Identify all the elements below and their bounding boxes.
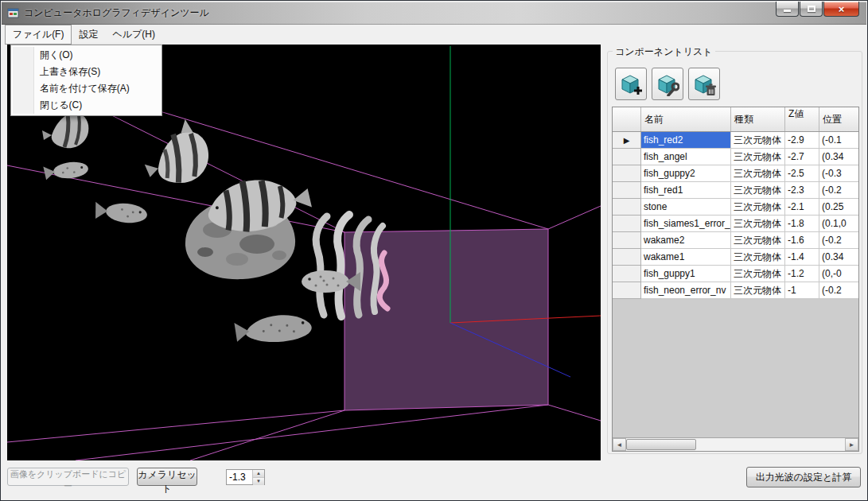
grid-cell-type[interactable]: 三次元物体 — [731, 132, 785, 149]
grid-cell-z[interactable]: -2.1 — [785, 199, 819, 216]
spinner-input[interactable] — [227, 470, 252, 484]
file-menu-dropdown: 開く(O) 上書き保存(S) 名前を付けて保存(A) 閉じる(C) — [10, 45, 162, 116]
grid-cell-name[interactable]: fish_siames1_error_nv — [641, 216, 731, 232]
close-button[interactable]: × — [823, 2, 859, 17]
row-header[interactable] — [613, 232, 641, 249]
grid-cell-name[interactable]: wakame1 — [641, 249, 731, 266]
spin-up-icon[interactable]: ▲ — [253, 470, 264, 478]
grid-cell-type[interactable]: 三次元物体 — [731, 282, 785, 299]
spinner-buttons: ▲ ▼ — [252, 470, 264, 484]
copy-image-button[interactable]: 画像をクリップボードにコピー — [7, 468, 129, 486]
table-row[interactable]: fish_red1三次元物体-2.3(-0.2 — [613, 182, 858, 199]
grid-cell-pos[interactable]: (0.25 — [819, 199, 858, 216]
title-bar[interactable]: コンピュータホログラフィデザインツール × — [2, 2, 866, 25]
table-row[interactable]: fish_neon_error_nv三次元物体-1(-0.2 — [613, 282, 858, 299]
grid-cell-pos[interactable]: (-0.2 — [819, 232, 858, 249]
row-header[interactable] — [613, 216, 641, 232]
menu-item-close[interactable]: 閉じる(C) — [13, 97, 160, 114]
grid-cell-z[interactable]: -1.4 — [785, 249, 819, 266]
fish-guppy-a-object — [43, 161, 89, 181]
grid-cell-z[interactable]: -1.6 — [785, 232, 819, 249]
table-row[interactable]: fish_angel三次元物体-2.7(0.34 — [613, 149, 858, 165]
row-header[interactable] — [613, 199, 641, 216]
table-row[interactable]: fish_guppy1三次元物体-1.2(0,-0 — [613, 266, 858, 282]
scroll-left-icon[interactable]: ◄ — [613, 438, 626, 451]
grid-cell-pos[interactable]: (0.1,0 — [819, 216, 858, 232]
add-component-button[interactable] — [615, 68, 647, 100]
row-header[interactable] — [613, 182, 641, 199]
grid-cell-pos[interactable]: (0.34 — [819, 149, 858, 165]
grid-cell-z[interactable]: -1.8 — [785, 216, 819, 232]
row-header[interactable] — [613, 165, 641, 182]
component-panel-title: コンポーネントリスト — [613, 45, 715, 59]
grid-cell-name[interactable]: stone — [641, 199, 731, 216]
delete-component-icon — [692, 72, 716, 96]
table-row[interactable]: stone三次元物体-2.1(0.25 — [613, 199, 858, 216]
grid-cell-name[interactable]: fish_guppy1 — [641, 266, 731, 282]
grid-cell-type[interactable]: 三次元物体 — [731, 249, 785, 266]
column-header-type[interactable]: 種類 — [731, 107, 785, 131]
table-row[interactable]: fish_siames1_error_nv三次元物体-1.8(0.1,0 — [613, 216, 858, 232]
table-row[interactable]: fish_guppy2三次元物体-2.5(-0.3 — [613, 165, 858, 182]
grid-cell-type[interactable]: 三次元物体 — [731, 149, 785, 165]
window-controls: × — [776, 2, 859, 17]
grid-cell-z[interactable]: -1.2 — [785, 266, 819, 282]
grid-corner-cell[interactable] — [613, 107, 641, 131]
grid-cell-name[interactable]: fish_red2 — [641, 132, 731, 149]
menu-item-overwrite-save[interactable]: 上書き保存(S) — [13, 64, 160, 80]
grid-cell-type[interactable]: 三次元物体 — [731, 165, 785, 182]
edit-component-button[interactable] — [652, 68, 683, 100]
grid-cell-pos[interactable]: (0,-0 — [819, 266, 858, 282]
menu-settings[interactable]: 設定 — [72, 25, 105, 45]
menu-file[interactable]: ファイル(F) — [5, 25, 72, 45]
menu-item-save-as[interactable]: 名前を付けて保存(A) — [13, 80, 160, 97]
row-header[interactable] — [613, 249, 641, 266]
grid-cell-pos[interactable]: (-0.2 — [819, 282, 858, 299]
fish-neon-object — [234, 313, 313, 345]
row-header[interactable] — [613, 282, 641, 299]
grid-horizontal-scrollbar[interactable]: ◄ ► — [613, 437, 858, 451]
grid-cell-type[interactable]: 三次元物体 — [731, 216, 785, 232]
grid-cell-z[interactable]: -2.9 — [785, 132, 819, 149]
grid-cell-pos[interactable]: (0.34 — [819, 249, 858, 266]
grid-cell-type[interactable]: 三次元物体 — [731, 266, 785, 282]
minimize-button[interactable] — [776, 2, 799, 17]
grid-cell-name[interactable]: fish_angel — [641, 149, 731, 165]
grid-cell-pos[interactable]: (-0.3 — [819, 165, 858, 182]
menu-help[interactable]: ヘルプ(H) — [105, 25, 162, 45]
grid-cell-z[interactable]: -2.3 — [785, 182, 819, 199]
grid-cell-name[interactable]: wakame2 — [641, 232, 731, 249]
table-row[interactable]: ▶fish_red2三次元物体-2.9(-0.1 — [613, 132, 858, 149]
row-header[interactable] — [613, 149, 641, 165]
grid-cell-type[interactable]: 三次元物体 — [731, 232, 785, 249]
column-header-pos[interactable]: 位置 — [819, 107, 858, 131]
scene-objects — [42, 103, 387, 345]
grid-cell-z[interactable]: -1 — [785, 282, 819, 299]
scroll-right-icon[interactable]: ► — [845, 438, 858, 451]
fish-angelfish-large-object — [138, 116, 213, 188]
row-header[interactable]: ▶ — [613, 132, 641, 149]
column-header-name[interactable]: 名前 — [641, 107, 731, 131]
grid-cell-name[interactable]: fish_red1 — [641, 182, 731, 199]
grid-cell-type[interactable]: 三次元物体 — [731, 182, 785, 199]
grid-cell-type[interactable]: 三次元物体 — [731, 199, 785, 216]
grid-cell-name[interactable]: fish_guppy2 — [641, 165, 731, 182]
delete-component-button[interactable] — [688, 68, 720, 100]
camera-z-spinner[interactable]: ▲ ▼ — [226, 469, 265, 485]
row-header[interactable] — [613, 266, 641, 282]
column-header-z[interactable]: Z値 — [785, 107, 819, 131]
table-row[interactable]: wakame2三次元物体-1.6(-0.2 — [613, 232, 858, 249]
grid-cell-pos[interactable]: (-0.1 — [819, 132, 858, 149]
grid-cell-pos[interactable]: (-0.2 — [819, 182, 858, 199]
grid-cell-z[interactable]: -2.7 — [785, 149, 819, 165]
table-row[interactable]: wakame1三次元物体-1.4(0.34 — [613, 249, 858, 266]
app-window: コンピュータホログラフィデザインツール × ファイル(F) 設定 ヘルプ(H) — [0, 0, 868, 501]
grid-cell-name[interactable]: fish_neon_error_nv — [641, 282, 731, 299]
scrollbar-thumb[interactable] — [626, 439, 696, 450]
menu-item-open[interactable]: 開く(O) — [13, 47, 160, 64]
maximize-button[interactable] — [800, 2, 823, 17]
grid-cell-z[interactable]: -2.5 — [785, 165, 819, 182]
output-lightwave-button[interactable]: 出力光波の設定と計算 — [746, 467, 861, 487]
camera-reset-button[interactable]: カメラリセット — [137, 468, 197, 486]
spin-down-icon[interactable]: ▼ — [253, 478, 264, 485]
